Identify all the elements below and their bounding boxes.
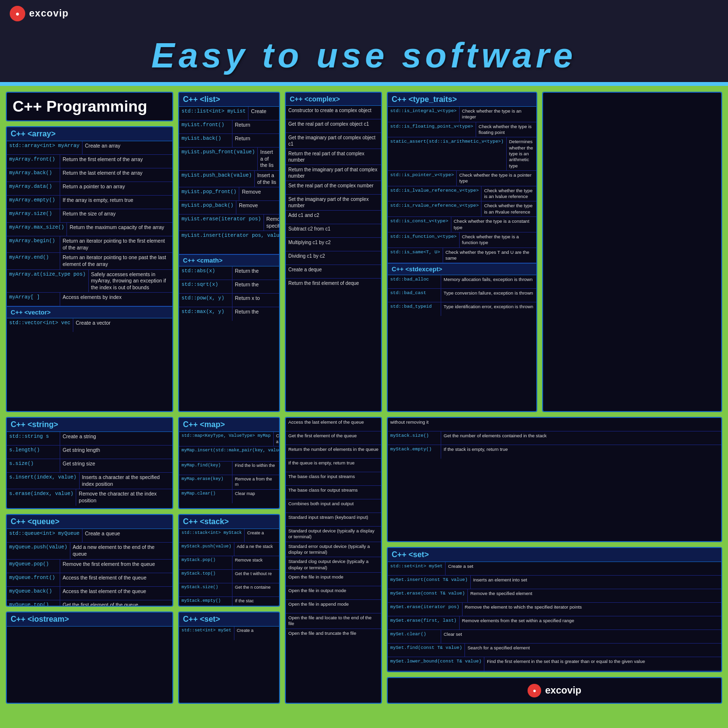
logo-area: ● excovip (10, 6, 68, 21)
queue-row-4: myQueue.back() Access the last element o… (7, 587, 172, 600)
mc-row-12: Open the file in output mode (286, 586, 381, 600)
array-row-5: myArray.size() Return the size of array (7, 209, 172, 223)
queue-row-0: std::queue<int> myQueue Create a queue (7, 529, 172, 543)
queue-panel: C++ <queue> std::queue<int> myQueue Crea… (6, 514, 173, 606)
iostream-panel: C++ <iostream> (6, 612, 173, 704)
list-header: C++ <list> (179, 93, 279, 107)
map-row-2: myMap.find(key) Find the lo within the (179, 462, 279, 475)
tt-row-5: std::is_rvalue_reference_v<type> Check w… (388, 201, 536, 217)
mc-row-2: Return the number of elements in the que… (286, 445, 381, 459)
bottom-logo-text: excovip (545, 685, 581, 696)
string-header: C++ <string> (7, 418, 172, 432)
vector-row-0: std::vector<int> vec Create a vector (7, 318, 172, 332)
mc-row-10: Standard clog output device (typically a… (286, 557, 381, 573)
array-row-3: myArray.data() Return a pointer to an ar… (7, 182, 172, 196)
list-row-1: myList.front() Return (179, 120, 279, 134)
list-row-2: myList.back() Return (179, 134, 279, 148)
tt-row-7: std::is_function_v<type> Check whether t… (388, 232, 536, 248)
array-panel: C++ <array> std::array<int> myArray Crea… (6, 126, 173, 412)
queue-row-2: myQueue.pop() Remove the first element f… (7, 560, 172, 573)
sr-row-1: myStack.size() Get the number of element… (388, 431, 721, 445)
set-right-header: C++ <set> (388, 548, 721, 562)
complex-row-1: Get the real part of complex object c1 (286, 119, 381, 133)
queue-row-1: myQueue.push(value) Add a new element to… (7, 543, 172, 559)
stack-row-5: myStack.empty() If the stac (179, 597, 279, 606)
string-row-2: s.size() Get string size (7, 459, 172, 473)
mc-row-6: Combines both input and output (286, 499, 381, 513)
array-row-10: myArray[ ] Access elements by index (7, 293, 172, 306)
stack-right-panel: without removing it myStack.size() Get t… (387, 417, 722, 542)
stack-row-2: myStack.pop() Remove stack (179, 556, 279, 570)
complex-row-11: Create a deque (286, 265, 381, 279)
bottom-logo-icon: ● (528, 684, 541, 697)
set-r-0: std::set<int> mySet Create a set (388, 562, 721, 576)
array-row-0: std::array<int> myArray Create an array (7, 141, 172, 155)
string-row-0: std::string s Create a string (7, 432, 172, 446)
string-row-4: s.erase(index, value) Remove the charact… (7, 489, 172, 505)
queue-row-5: myQueue.top() Get the first element of t… (7, 600, 172, 607)
mc-row-0: Access the last element of the queue (286, 418, 381, 431)
set-r-6: mySet.find(const T& value) Search for a … (388, 644, 721, 657)
cpp-programming-title: C++ Programming (13, 98, 147, 115)
set-r-2: mySet.erase(const T& value) Remove the s… (388, 589, 721, 603)
complex-row-12: Return the first element of deque (286, 279, 381, 292)
complex-panel: C++ <complex> Constructor to create a co… (285, 92, 382, 412)
complex-row-8: Subtract c2 from c1 (286, 224, 381, 238)
complex-row-2: Get the imaginary part of complex object… (286, 133, 381, 149)
array-row-9: myArray.at(size_type pos) Safely accesse… (7, 270, 172, 293)
array-header: C++ <array> (7, 127, 172, 141)
complex-row-10: Dividing c1 by c2 (286, 251, 381, 265)
set-r-1: mySet.insert(const T& value) Inserts an … (388, 576, 721, 589)
string-row-3: s.insert(index, value) Inserts a charact… (7, 473, 172, 489)
sr-row-2: myStack.empty() If the stack is empty, r… (388, 445, 721, 459)
list-row-7: myList.erase(iterator pos) Remove specif… (179, 215, 279, 231)
stack-header: C++ <stack> (179, 515, 279, 529)
tt-row-1: std::is_floating_point_v<type> Check whe… (388, 122, 536, 138)
string-row-1: s.length() Get string length (7, 446, 172, 459)
tt-row-3: std::is_pointer_v<type> Check whether th… (388, 171, 536, 186)
list-row-3: myList.push_front(value) Insert a of the… (179, 148, 279, 171)
stack-row-3: myStack.top() Get the t without re (179, 570, 279, 583)
map-row-0: std::map<KeyType, ValueType> myMap Creat… (179, 432, 279, 447)
tt-row-8: std::is_same<T, U> Check whether the typ… (388, 248, 536, 264)
map-row-1: myMap.insert(std::make_pair(key, value))… (179, 447, 279, 461)
cmath-row-3: std::max(x, y) Return the (179, 307, 279, 321)
list-row-4: myList.push_back(value) Insert a of the … (179, 171, 279, 187)
stack-row-0: std::stack<int> myStack Create a (179, 529, 279, 543)
type-traits-header: C++ <type_traits> (388, 93, 536, 107)
array-row-7: myArray.begin() Return an iterator point… (7, 236, 172, 253)
main-title: Easy to use software (0, 35, 728, 75)
mc-row-4: The base class for input streams (286, 472, 381, 486)
mc-row-5: The base class for output streams (286, 486, 381, 499)
complex-row-4: Return the imaginary part of that comple… (286, 165, 381, 181)
array-row-2: myArray.back() Return the last element o… (7, 168, 172, 182)
set-r-7: mySet.lower_bound(const T& value) Find t… (388, 657, 721, 671)
map-panel: C++ <map> std::map<KeyType, ValueType> m… (178, 417, 280, 509)
list-row-8: myList.insert(iterator pos, value) Inser… (179, 231, 279, 254)
map-row-4: myMap.clear() Clear map (179, 490, 279, 503)
mc-row-13: Open the file in append mode (286, 600, 381, 613)
stdexcept-row-0: std::bad_alloc Memory allocation fails, … (388, 275, 536, 289)
map-row-3: myMap.erase(key) Remove a from the m (179, 475, 279, 490)
queue-row-3: myQueue.front() Access the first element… (7, 573, 172, 587)
set-bottom-header: C++ <set> (179, 612, 279, 627)
array-row-1: myArray.front() Return the first element… (7, 155, 172, 168)
queue-header: C++ <queue> (7, 515, 172, 529)
stdexcept-header: C++ <stdexcept> (388, 263, 536, 275)
list-panel: C++ <list> std::list<int> myList Create … (178, 92, 280, 412)
complex-row-6: Set the imaginary part of the complex nu… (286, 195, 381, 211)
cmath-header: C++ <cmath> (179, 254, 279, 266)
list-row-6: myList.pop_back() Remove (179, 201, 279, 215)
array-row-8: myArray.end() Return an iterator pointin… (7, 253, 172, 269)
title-area: Easy to use software (0, 27, 728, 86)
map-header: C++ <map> (179, 418, 279, 432)
set-bottom-panel: C++ <set> std::set<int> mySet Create a (178, 612, 280, 704)
mc-row-1: Get the first element of the queue (286, 431, 381, 445)
array-row-4: myArray.empty() If the array is empty, r… (7, 196, 172, 209)
mc-row-14: Open the file and locate to the end of t… (286, 613, 381, 629)
vector-header: C++ <vector> (7, 306, 172, 318)
set-right-panel: C++ <set> std::set<int> mySet Create a s… (387, 547, 722, 672)
tt-row-6: std::is_const_v<type> Check whether the … (388, 217, 536, 232)
bottom-logo-panel: ● excovip (387, 677, 722, 704)
logo-icon: ● (10, 6, 25, 21)
